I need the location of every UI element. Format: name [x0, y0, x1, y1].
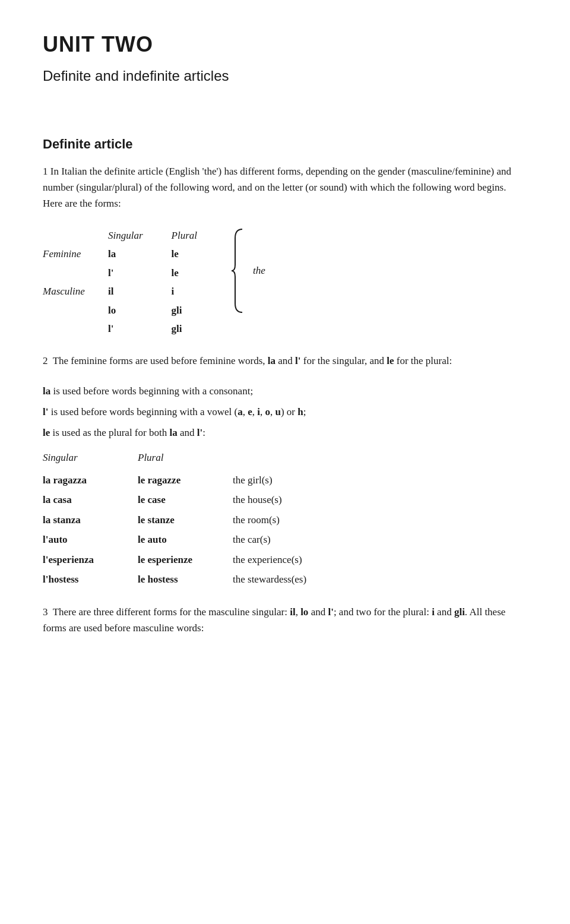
row-label-4 [43, 319, 108, 338]
word-singular-5: l'hostess [43, 569, 138, 590]
word-meaning-2: the room(s) [233, 510, 335, 530]
row-label-1 [43, 264, 108, 283]
word-plural-4: le esperienze [138, 550, 233, 570]
usage-list: la is used before words beginning with a… [43, 383, 527, 441]
row-plural-3: gli [172, 301, 226, 320]
list-item: la ragazza le ragazze the girl(s) [43, 470, 335, 491]
word-plural-0: le ragazze [138, 470, 233, 491]
word-meaning-0: the girl(s) [233, 470, 335, 491]
word-list-table: Singular Plural la ragazza le ragazze th… [43, 450, 335, 590]
unit-title: UNIT TWO [43, 29, 527, 61]
word-plural-2: le stanze [138, 510, 233, 530]
row-singular-0: la [108, 245, 172, 264]
table-row: l' gli [43, 319, 226, 338]
list-item: l'esperienza le esperienze the experienc… [43, 550, 335, 570]
brace-container: the [230, 226, 265, 315]
list-item: la stanza le stanze the room(s) [43, 510, 335, 530]
list-item: l'hostess le hostess the stewardess(es) [43, 569, 335, 590]
row-label-3 [43, 301, 108, 320]
list-item: la casa le case the house(s) [43, 490, 335, 510]
word-plural-1: le case [138, 490, 233, 510]
unit-subtitle: Definite and indefinite articles [43, 65, 527, 87]
row-label-2: Masculine [43, 282, 108, 301]
section-heading: Definite article [43, 134, 527, 154]
row-plural-1: le [172, 264, 226, 283]
word-table-header-plural: Plural [138, 450, 233, 470]
table-row: Feminine la le [43, 245, 226, 264]
forms-table-container: Singular Plural Feminine la le l' le Mas… [43, 226, 527, 338]
word-plural-5: le hostess [138, 569, 233, 590]
table-header-label [43, 226, 108, 245]
table-row: Masculine il i [43, 282, 226, 301]
word-singular-2: la stanza [43, 510, 138, 530]
word-singular-1: la casa [43, 490, 138, 510]
usage-line-2: l' is used before words beginning with a… [43, 404, 527, 420]
definite-article-section: Definite article 1 In Italian the defini… [43, 134, 527, 636]
paragraph-3: 3 There are three different forms for th… [43, 604, 527, 636]
word-meaning-3: the car(s) [233, 530, 335, 550]
row-singular-1: l' [108, 264, 172, 283]
row-plural-0: le [172, 245, 226, 264]
word-singular-3: l'auto [43, 530, 138, 550]
word-meaning-4: the experience(s) [233, 550, 335, 570]
word-singular-4: l'esperienza [43, 550, 138, 570]
row-plural-4: gli [172, 319, 226, 338]
paragraph-1: 1 In Italian the definite article (Engli… [43, 163, 527, 212]
usage-line-1: la is used before words beginning with a… [43, 383, 527, 399]
word-plural-3: le auto [138, 530, 233, 550]
word-meaning-5: the stewardess(es) [233, 569, 335, 590]
word-table-header-singular: Singular [43, 450, 138, 470]
row-label-0: Feminine [43, 245, 108, 264]
word-table-header-meaning [233, 450, 335, 470]
row-singular-3: lo [108, 301, 172, 320]
table-header-singular: Singular [108, 226, 172, 245]
row-singular-4: l' [108, 319, 172, 338]
brace-label: the [253, 263, 265, 279]
paragraph-2: 2 The feminine forms are used before fem… [43, 353, 527, 369]
table-header-plural: Plural [172, 226, 226, 245]
forms-table: Singular Plural Feminine la le l' le Mas… [43, 226, 226, 338]
usage-line-3: le is used as the plural for both la and… [43, 425, 527, 441]
brace-icon [230, 226, 248, 315]
word-meaning-1: the house(s) [233, 490, 335, 510]
table-row: l' le [43, 264, 226, 283]
row-singular-2: il [108, 282, 172, 301]
list-item: l'auto le auto the car(s) [43, 530, 335, 550]
row-plural-2: i [172, 282, 226, 301]
word-singular-0: la ragazza [43, 470, 138, 491]
table-row: lo gli [43, 301, 226, 320]
